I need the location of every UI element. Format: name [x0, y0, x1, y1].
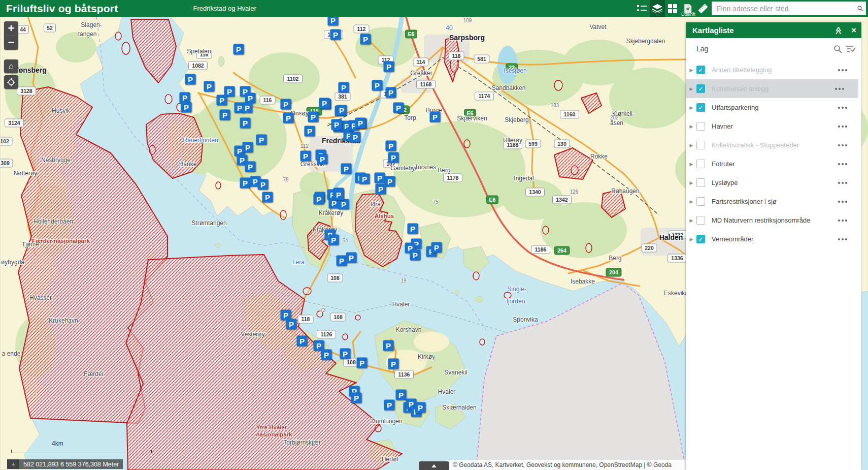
parking-marker[interactable]: P [204, 81, 215, 92]
parking-marker[interactable]: P [180, 92, 190, 103]
parking-marker[interactable]: P [357, 358, 368, 368]
layer-expand-arrow-icon[interactable]: ▶ [686, 162, 696, 167]
layer-filter-button[interactable] [844, 45, 857, 53]
parking-marker[interactable]: P [339, 82, 349, 93]
layer-row[interactable]: ▶MD Naturvern restriksjonsområde [686, 211, 861, 230]
layer-expand-arrow-icon[interactable]: ▶ [686, 143, 696, 148]
zoom-out-button[interactable]: − [4, 36, 18, 50]
parking-marker[interactable]: P [341, 164, 352, 174]
layer-row[interactable]: ▶✓Verneområder [686, 230, 861, 248]
layer-options-button[interactable] [838, 182, 861, 184]
parking-marker[interactable]: P [384, 400, 395, 411]
layer-expand-arrow-icon[interactable]: ▶ [686, 68, 696, 73]
locate-button[interactable] [4, 75, 18, 89]
parking-marker[interactable]: P [286, 319, 297, 330]
parking-marker[interactable]: P [351, 393, 362, 403]
parking-marker[interactable]: P [337, 105, 347, 116]
layer-options-button[interactable] [838, 126, 861, 128]
layer-row[interactable]: ▶✓Utfartsparkering [686, 98, 861, 117]
parking-marker[interactable]: P [339, 199, 349, 210]
parking-marker[interactable]: P [396, 390, 407, 400]
parking-marker[interactable]: P [262, 192, 273, 203]
layer-row[interactable]: ▶Fartsrestriksjoner i sjø [686, 192, 861, 211]
layer-options-button[interactable] [838, 238, 861, 240]
layer-expand-arrow-icon[interactable]: ▶ [686, 180, 696, 185]
parking-marker[interactable]: P [240, 178, 251, 189]
parking-marker[interactable]: P [240, 118, 251, 129]
parking-marker[interactable]: P [217, 95, 227, 106]
panel-collapse-button[interactable]: ≪ [831, 26, 846, 35]
basemap-gallery-button[interactable] [665, 0, 680, 17]
layer-options-button[interactable] [838, 220, 861, 222]
layer-expand-arrow-icon[interactable]: ▶ [686, 124, 696, 129]
layer-row[interactable]: ▶Havner [686, 117, 861, 136]
parking-marker[interactable]: P [333, 190, 344, 200]
parking-marker[interactable]: P [319, 98, 330, 109]
layer-checkbox[interactable]: ✓ [696, 66, 705, 74]
parking-marker[interactable]: P [321, 350, 332, 360]
parking-marker[interactable]: P [328, 17, 339, 26]
print-button[interactable]: Utskrift [680, 0, 695, 17]
layer-expand-arrow-icon[interactable]: ▶ [686, 199, 696, 204]
parking-marker[interactable]: P [258, 179, 269, 190]
attribution-expand-tab[interactable] [419, 461, 449, 470]
layer-options-button[interactable] [835, 88, 858, 90]
parking-marker[interactable]: P [372, 80, 383, 91]
parking-marker[interactable]: P [350, 132, 361, 143]
search-button[interactable] [854, 2, 866, 15]
parking-marker[interactable]: P [383, 340, 394, 351]
layer-checkbox[interactable]: ✓ [696, 103, 705, 112]
layer-checkbox[interactable]: ✓ [696, 235, 705, 243]
parking-marker[interactable]: P [308, 112, 319, 122]
parking-marker[interactable]: P [388, 152, 399, 163]
parking-marker[interactable]: P [243, 142, 253, 153]
parking-marker[interactable]: P [375, 173, 385, 183]
parking-marker[interactable]: P [245, 162, 256, 172]
parking-marker[interactable]: P [281, 99, 291, 110]
layer-checkbox[interactable] [696, 216, 705, 225]
parking-marker[interactable]: P [384, 61, 394, 72]
panel-close-button[interactable]: × [846, 25, 861, 36]
layer-checkbox[interactable] [696, 141, 705, 149]
home-button[interactable]: ⌂ [4, 59, 18, 73]
parking-marker[interactable]: P [314, 340, 324, 351]
parking-marker[interactable]: P [340, 349, 351, 359]
parking-marker[interactable]: P [337, 256, 347, 266]
parking-marker[interactable]: P [181, 102, 192, 113]
parking-marker[interactable]: P [314, 194, 324, 205]
layer-expand-arrow-icon[interactable]: ▶ [686, 237, 696, 242]
parking-marker[interactable]: P [408, 224, 418, 234]
layer-checkbox[interactable] [696, 197, 705, 206]
parking-marker[interactable]: P [360, 34, 371, 45]
coordinate-crosshair-icon[interactable]: + [7, 459, 19, 469]
layer-row[interactable]: ▶Lysløype [686, 173, 861, 192]
parking-marker[interactable]: P [355, 118, 366, 129]
layer-expand-arrow-icon[interactable]: ▶ [686, 86, 696, 91]
layer-options-button[interactable] [838, 163, 861, 165]
layer-expand-arrow-icon[interactable]: ▶ [686, 218, 696, 223]
parking-marker[interactable]: P [393, 103, 404, 113]
layer-row[interactable]: ▶Fotruter [686, 154, 861, 173]
layer-checkbox[interactable]: ✓ [696, 84, 705, 93]
parking-marker[interactable]: P [317, 154, 328, 165]
parking-marker[interactable]: P [431, 242, 442, 253]
parking-marker[interactable]: P [385, 176, 395, 187]
layerlist-button[interactable] [650, 0, 665, 17]
zoom-in-button[interactable]: + [4, 21, 18, 36]
parking-marker[interactable]: P [386, 87, 396, 98]
parking-marker[interactable]: P [283, 113, 294, 123]
parking-marker[interactable]: P [185, 74, 196, 85]
parking-marker[interactable]: P [256, 135, 267, 145]
parking-marker[interactable]: P [331, 119, 342, 130]
parking-marker[interactable]: P [242, 103, 253, 113]
parking-marker[interactable]: P [346, 253, 357, 263]
parking-marker[interactable]: P [388, 359, 399, 369]
layer-search-button[interactable] [831, 45, 844, 53]
parking-marker[interactable]: P [301, 151, 311, 162]
parking-marker[interactable]: P [330, 29, 341, 40]
parking-marker[interactable]: P [281, 310, 291, 321]
parking-marker[interactable]: P [430, 112, 441, 122]
layer-checkbox[interactable] [696, 160, 705, 168]
layer-options-button[interactable] [838, 201, 861, 203]
parking-marker[interactable]: P [410, 250, 421, 261]
